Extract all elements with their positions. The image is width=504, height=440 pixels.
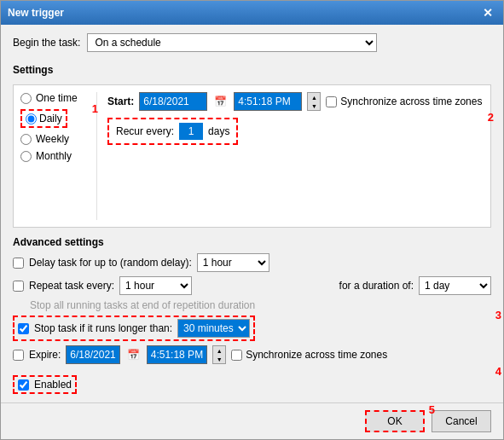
- recur-label: Recur every:: [116, 125, 174, 137]
- duration-group: for a duration of: 1 day 15 minutes 30 m…: [339, 276, 491, 295]
- stop-task-checkbox[interactable]: [18, 323, 29, 334]
- delay-checkbox[interactable]: [13, 258, 24, 269]
- stop-task-wrapper: Stop task if it runs longer than: 30 min…: [13, 316, 491, 341]
- daily-option[interactable]: Daily 1: [20, 109, 88, 128]
- one-time-option[interactable]: One time: [20, 92, 88, 104]
- expire-time-value: 4:51:18 PM: [151, 349, 203, 361]
- expire-calendar-icon[interactable]: 📅: [125, 347, 142, 362]
- recur-row: Recur every: days: [107, 118, 238, 145]
- ok-wrapper: OK 5: [365, 410, 425, 432]
- expire-time-field[interactable]: 4:51:18 PM: [147, 345, 207, 364]
- one-time-label: One time: [36, 92, 78, 104]
- daily-radio[interactable]: [26, 113, 37, 124]
- stop-all-row: Stop all running tasks at end of repetit…: [30, 299, 491, 311]
- stop-all-label: Stop all running tasks at end of repetit…: [30, 299, 255, 311]
- calendar-icon[interactable]: 📅: [212, 94, 229, 109]
- badge-5: 5: [429, 403, 435, 416]
- sync-label: Synchronize across time zones: [340, 96, 482, 107]
- new-trigger-dialog: New trigger ✕ Begin the task: On a sched…: [0, 0, 504, 440]
- enabled-wrapper: Enabled 4: [13, 372, 491, 394]
- repeat-row: Repeat task every: 1 hour 5 minutes 10 m…: [13, 276, 491, 295]
- repeat-select[interactable]: 1 hour 5 minutes 10 minutes 15 minutes 3…: [119, 276, 192, 295]
- start-label: Start:: [107, 96, 134, 107]
- start-time-field[interactable]: 4:51:18 PM: [234, 92, 302, 111]
- begin-task-label: Begin the task:: [13, 37, 80, 49]
- schedule-right: Start: 6/18/2021 📅 4:51:18 PM ▲ ▼ Synch: [97, 92, 484, 220]
- weekly-label: Weekly: [36, 133, 69, 145]
- expire-sync-label: Synchronize across time zones: [246, 349, 387, 361]
- begin-task-dropdown[interactable]: On a schedule At log on At startup On id…: [87, 33, 377, 52]
- delay-select[interactable]: 1 hour 30 minutes 2 hours 4 hours: [197, 253, 269, 272]
- expire-time-down[interactable]: ▼: [213, 355, 225, 363]
- stop-task-row: Stop task if it runs longer than: 30 min…: [13, 316, 255, 341]
- delay-row: Delay task for up to (random delay): 1 h…: [13, 253, 491, 272]
- recur-unit: days: [208, 125, 229, 137]
- schedule-types: One time Daily 1 Weekly Monthly: [20, 92, 97, 220]
- expire-time-up[interactable]: ▲: [213, 346, 225, 355]
- expire-sync-row: Synchronize across time zones: [231, 349, 387, 361]
- time-down[interactable]: ▼: [308, 101, 320, 110]
- start-time-value: 4:51:18 PM: [238, 96, 290, 107]
- monthly-radio[interactable]: [20, 151, 32, 162]
- repeat-checkbox[interactable]: [13, 281, 24, 292]
- repeat-label: Repeat task every:: [29, 280, 114, 292]
- sync-checkbox[interactable]: [326, 96, 337, 107]
- dialog-body: Begin the task: On a schedule At log on …: [1, 25, 503, 402]
- badge-3: 3: [495, 309, 501, 321]
- advanced-section: Advanced settings Delay task for up to (…: [13, 236, 491, 394]
- daily-highlight-box: Daily: [20, 109, 67, 128]
- sync-row: Synchronize across time zones: [326, 96, 482, 107]
- monthly-label: Monthly: [36, 150, 72, 162]
- settings-area: One time Daily 1 Weekly Monthly: [13, 84, 491, 228]
- expire-checkbox[interactable]: [13, 350, 24, 361]
- close-button[interactable]: ✕: [479, 6, 496, 20]
- start-row: Start: 6/18/2021 📅 4:51:18 PM ▲ ▼ Synch: [107, 92, 484, 111]
- weekly-option[interactable]: Weekly: [20, 133, 88, 145]
- cancel-button[interactable]: Cancel: [432, 410, 491, 432]
- badge-4: 4: [495, 365, 501, 378]
- expire-date-field[interactable]: 6/18/2021: [66, 345, 119, 364]
- recur-input[interactable]: [179, 123, 203, 140]
- daily-label: Daily: [39, 113, 62, 124]
- duration-select[interactable]: 1 day 15 minutes 30 minutes 1 hour 12 ho…: [419, 276, 491, 295]
- expire-row: Expire: 6/18/2021 📅 4:51:18 PM ▲ ▼ Sync: [13, 345, 491, 364]
- footer: OK 5 Cancel: [1, 402, 503, 439]
- begin-task-row: Begin the task: On a schedule At log on …: [13, 33, 491, 52]
- start-date-value: 6/18/2021: [143, 96, 188, 107]
- enabled-label: Enabled: [34, 379, 72, 391]
- time-up[interactable]: ▲: [308, 93, 320, 101]
- stop-task-label: Stop task if it runs longer than:: [34, 322, 172, 334]
- advanced-body: Delay task for up to (random delay): 1 h…: [13, 253, 491, 394]
- weekly-radio[interactable]: [20, 134, 32, 145]
- title-bar: New trigger ✕: [1, 1, 503, 25]
- one-time-radio[interactable]: [20, 93, 32, 104]
- stop-task-select[interactable]: 30 minutes 1 hour 2 hours 4 hours: [177, 319, 250, 338]
- recur-wrapper: Recur every: days 2: [107, 118, 484, 145]
- monthly-option[interactable]: Monthly: [20, 150, 88, 162]
- time-spin[interactable]: ▲ ▼: [307, 92, 321, 111]
- dialog-title: New trigger: [8, 7, 64, 19]
- enabled-row: Enabled: [13, 375, 77, 394]
- expire-date-value: 6/18/2021: [70, 349, 115, 361]
- enabled-checkbox[interactable]: [18, 379, 29, 391]
- start-date-field[interactable]: 6/18/2021: [139, 92, 207, 111]
- expire-sync-checkbox[interactable]: [231, 350, 242, 361]
- settings-section-label: Settings: [13, 64, 491, 76]
- delay-label: Delay task for up to (random delay):: [29, 257, 192, 269]
- badge-1: 1: [92, 102, 98, 115]
- ok-button[interactable]: OK: [365, 410, 425, 432]
- badge-2: 2: [488, 111, 494, 124]
- advanced-label: Advanced settings: [13, 236, 491, 248]
- duration-label: for a duration of:: [339, 280, 414, 292]
- expire-time-spin[interactable]: ▲ ▼: [212, 345, 226, 364]
- expire-label: Expire:: [29, 349, 61, 361]
